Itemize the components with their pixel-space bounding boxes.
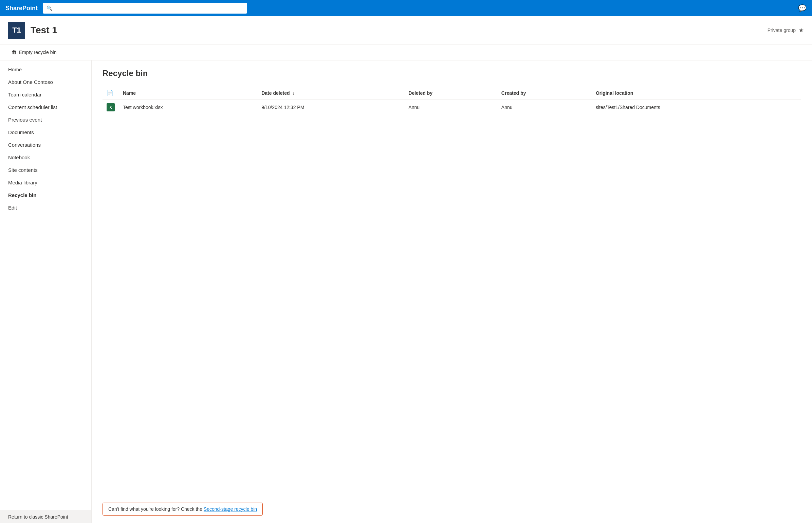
sharepoint-logo: SharePoint [5, 5, 38, 12]
col-created-by-header[interactable]: Created by [497, 86, 592, 100]
empty-recycle-bin-label: Empty recycle bin [19, 50, 56, 55]
toolbar: 🗑 Empty recycle bin [0, 44, 812, 60]
table-body: XTest workbook.xlsx9/10/2024 12:32 PMAnn… [103, 100, 801, 115]
sidebar: HomeAbout One ContosoTeam calendarConten… [0, 60, 92, 523]
sidebar-nav: HomeAbout One ContosoTeam calendarConten… [0, 60, 91, 510]
xlsx-icon: X [107, 103, 115, 111]
file-header-doc-icon: 📄 [107, 90, 113, 96]
trash-icon: 🗑 [12, 49, 17, 55]
file-type-icon: X [103, 100, 119, 115]
sidebar-item-site-contents[interactable]: Site contents [0, 164, 91, 176]
col-name-header[interactable]: Name [119, 86, 257, 100]
file-name-cell[interactable]: Test workbook.xlsx [119, 100, 257, 115]
search-icon: 🔍 [47, 5, 52, 11]
site-logo: T1 [8, 22, 25, 39]
site-title: Test 1 [31, 25, 57, 36]
col-file-icon-header: 📄 [103, 86, 119, 100]
sidebar-item-media-library[interactable]: Media library [0, 176, 91, 189]
second-stage-recycle-bin-link[interactable]: Second-stage recycle bin [204, 506, 257, 512]
sidebar-item-documents[interactable]: Documents [0, 126, 91, 139]
col-date-deleted-header[interactable]: Date deleted ↓ [257, 86, 404, 100]
file-name: Test workbook.xlsx [123, 105, 163, 110]
search-input[interactable] [43, 3, 247, 14]
empty-recycle-bin-button[interactable]: 🗑 Empty recycle bin [8, 47, 60, 57]
deleted-by-cell: Annu [404, 100, 497, 115]
table-header-row: 📄 Name Date deleted ↓ Deleted by Created… [103, 86, 801, 100]
main-content: Recycle bin 📄 Name Date deleted ↓ Delete [92, 60, 812, 523]
sidebar-footer: Return to classic SharePoint [0, 510, 91, 523]
created-by-cell: Annu [497, 100, 592, 115]
private-group-label: Private group [768, 28, 796, 33]
layout: HomeAbout One ContosoTeam calendarConten… [0, 60, 812, 523]
table-row[interactable]: XTest workbook.xlsx9/10/2024 12:32 PMAnn… [103, 100, 801, 115]
col-deleted-by-header[interactable]: Deleted by [404, 86, 497, 100]
notice-text: Can't find what you're looking for? Chec… [108, 506, 204, 512]
sidebar-item-content-scheduler-list[interactable]: Content scheduler list [0, 101, 91, 113]
sort-arrow-icon: ↓ [292, 91, 294, 96]
site-header-right: Private group ★ [768, 26, 804, 34]
sidebar-item-recycle-bin[interactable]: Recycle bin [0, 189, 91, 201]
original-location-cell: sites/Test1/Shared Documents [592, 100, 801, 115]
return-classic-sharepoint-link[interactable]: Return to classic SharePoint [8, 514, 68, 520]
sidebar-item-edit[interactable]: Edit [0, 201, 91, 214]
recycle-table: 📄 Name Date deleted ↓ Deleted by Created… [103, 86, 801, 115]
search-container: 🔍 [43, 3, 247, 14]
sidebar-item-about-one-contoso[interactable]: About One Contoso [0, 76, 91, 88]
sidebar-item-home[interactable]: Home [0, 63, 91, 76]
chat-icon[interactable]: 💬 [798, 4, 807, 12]
topbar: SharePoint 🔍 💬 [0, 0, 812, 16]
date-deleted-cell: 9/10/2024 12:32 PM [257, 100, 404, 115]
notice-box: Can't find what you're looking for? Chec… [103, 503, 263, 516]
sidebar-item-conversations[interactable]: Conversations [0, 139, 91, 151]
page-title: Recycle bin [103, 69, 801, 78]
bottom-notice: Can't find what you're looking for? Chec… [103, 494, 801, 516]
col-original-location-header[interactable]: Original location [592, 86, 801, 100]
sidebar-item-previous-event[interactable]: Previous event [0, 113, 91, 126]
favorite-star-icon[interactable]: ★ [798, 26, 804, 34]
sidebar-item-team-calendar[interactable]: Team calendar [0, 88, 91, 101]
sidebar-item-notebook[interactable]: Notebook [0, 151, 91, 164]
site-header: T1 Test 1 Private group ★ [0, 16, 812, 44]
